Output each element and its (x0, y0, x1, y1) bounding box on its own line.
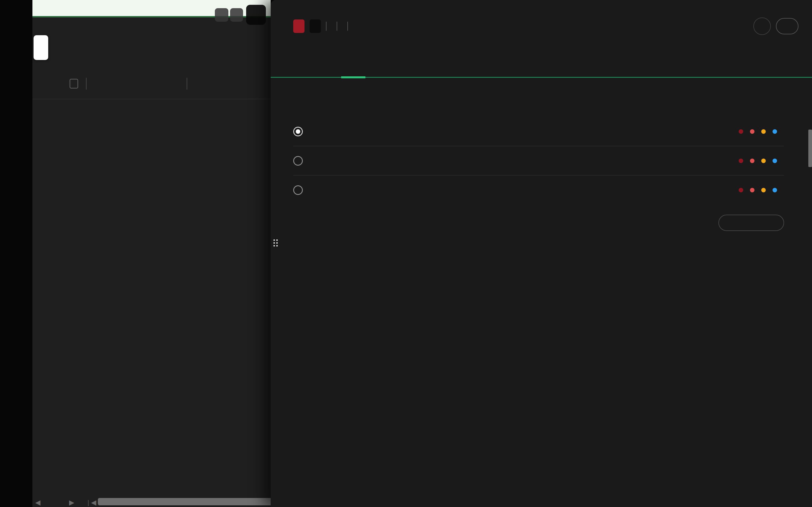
page-heading (33, 32, 271, 62)
tab-bar (271, 59, 812, 78)
expand-button[interactable] (230, 8, 243, 22)
low-dot (772, 129, 777, 134)
select-all-checkbox[interactable] (70, 79, 78, 89)
meta-divider (347, 22, 348, 31)
horizontal-scrollbar[interactable]: ◀ ▶ | ◀ (33, 498, 271, 506)
table-header (33, 78, 271, 90)
horizontal-scroll-thumb[interactable] (98, 498, 271, 505)
cve-detail-drawer (271, 0, 812, 507)
cve-counts (732, 188, 784, 192)
scroll-left-arrow-icon[interactable]: ◀ (91, 499, 96, 506)
low-dot (772, 188, 777, 192)
category-badge (293, 19, 305, 33)
vertical-scroll-thumb[interactable] (808, 129, 812, 167)
critical-dot (739, 129, 743, 134)
scroll-right-arrow-icon[interactable]: ▶ (69, 499, 74, 506)
scroll-left-arrow-icon[interactable]: ◀ (35, 499, 40, 506)
cve-results-panel: ◀ ▶ | ◀ (33, 0, 271, 507)
cve-counts (732, 159, 784, 163)
radio-selected[interactable] (293, 127, 303, 136)
option-latest-minor[interactable] (293, 146, 784, 175)
high-dot (750, 129, 755, 134)
critical-dot (739, 188, 743, 192)
option-current-version[interactable] (293, 117, 784, 146)
open-fix-pr-button[interactable] (718, 215, 784, 231)
table-body (33, 99, 271, 507)
high-dot (750, 159, 755, 163)
radio-unselected[interactable] (293, 156, 303, 166)
meta-divider (337, 22, 337, 31)
medium-dot (761, 159, 766, 163)
column-divider (187, 78, 187, 90)
collapse-button[interactable] (215, 8, 229, 22)
low-dot (772, 159, 777, 163)
medium-dot (761, 129, 766, 134)
meta-divider (326, 22, 326, 31)
option-latest-major[interactable] (293, 175, 784, 205)
sidebar (0, 0, 33, 507)
actions-button[interactable] (776, 18, 799, 34)
drawer-header (293, 17, 799, 36)
medium-dot (761, 188, 766, 192)
version-options (293, 117, 784, 205)
close-button[interactable] (246, 5, 266, 25)
active-tab-indicator (341, 76, 365, 78)
radio-unselected[interactable] (293, 185, 303, 195)
column-divider (86, 78, 87, 90)
cve-counts (732, 129, 784, 134)
high-dot (750, 188, 755, 192)
critical-dot (739, 159, 743, 163)
app-window: ◀ ▶ | ◀ (0, 0, 812, 507)
drawer-drag-handle[interactable] (273, 239, 278, 246)
comment-button[interactable] (753, 17, 771, 35)
scroll-divider: | (87, 499, 89, 506)
star-badge[interactable] (310, 19, 321, 33)
